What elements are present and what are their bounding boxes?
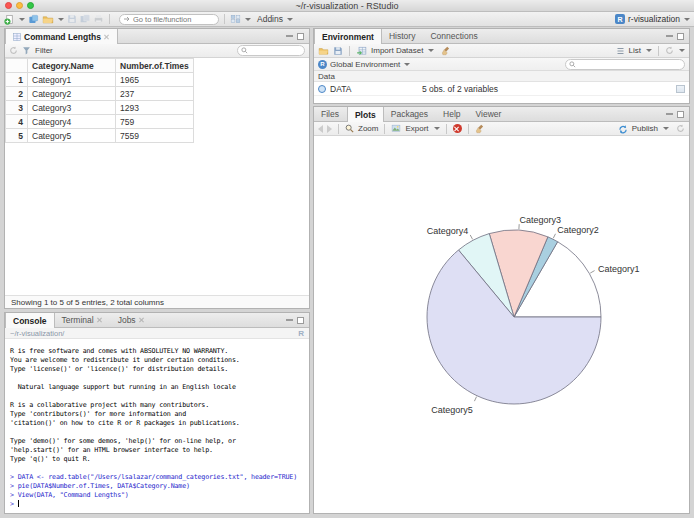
import-dataset-button[interactable]: Import Dataset [371, 46, 423, 55]
tab-connections[interactable]: Connections [423, 29, 485, 43]
working-directory-path[interactable]: ~/r-visualization/ [10, 329, 64, 338]
tab-help[interactable]: Help [436, 107, 468, 121]
console-output-line: R is free software and comes with ABSOLU… [10, 347, 307, 356]
corner-header[interactable] [6, 59, 28, 73]
filter-button[interactable]: Filter [35, 46, 53, 55]
tab-files[interactable]: Files [314, 107, 347, 121]
tab-jobs[interactable]: Jobs [111, 313, 153, 327]
new-project-icon[interactable] [28, 14, 39, 25]
maximize-pane-icon[interactable] [297, 33, 304, 40]
addins-button[interactable]: Addins [257, 14, 283, 24]
tab-plots[interactable]: Plots [347, 107, 384, 122]
new-file-icon[interactable] [4, 14, 15, 25]
minimize-pane-icon[interactable] [286, 35, 293, 37]
table-row[interactable]: 2Category2237 [6, 87, 194, 101]
data-viewer-search-input[interactable] [250, 46, 301, 55]
column-header-number-of-times[interactable]: Number.of.Times [116, 59, 194, 73]
text-cursor [18, 500, 20, 507]
publish-button[interactable]: Publish [632, 124, 658, 133]
maximize-pane-icon[interactable] [677, 33, 684, 40]
zoom-plot-button[interactable]: Zoom [358, 124, 378, 133]
tab-label: Plots [355, 110, 376, 120]
table-cell: Category5 [28, 129, 116, 143]
close-tab-icon[interactable] [139, 317, 145, 323]
plot-canvas[interactable]: Category1Category2Category3Category4Cate… [314, 137, 689, 513]
addins-caret-icon[interactable] [287, 18, 293, 21]
import-dataset-caret-icon[interactable] [428, 49, 434, 52]
list-view-caret-icon[interactable] [646, 49, 652, 52]
console-output-line [10, 428, 307, 437]
close-tab-icon[interactable] [104, 34, 110, 40]
tab-terminal[interactable]: Terminal [55, 313, 111, 327]
minimize-pane-icon[interactable] [666, 35, 673, 37]
panes-layout-icon[interactable] [230, 14, 241, 24]
toolbar-separator [658, 46, 659, 56]
scope-caret-icon[interactable] [404, 63, 410, 66]
view-object-grid-icon[interactable] [676, 85, 685, 93]
remove-plot-icon[interactable] [453, 124, 462, 133]
refresh-environment-icon[interactable] [665, 46, 674, 55]
table-row[interactable]: 5Category57559 [6, 129, 194, 143]
minimize-pane-icon[interactable] [286, 319, 293, 321]
save-icon [67, 14, 77, 24]
tab-history[interactable]: History [382, 29, 423, 43]
maximize-pane-icon[interactable] [677, 111, 684, 118]
tab-label: Terminal [62, 315, 94, 325]
console-working-directory: ~/r-visualization/ R [5, 328, 309, 339]
clear-plots-broom-icon[interactable] [475, 124, 485, 134]
environment-search-input[interactable] [578, 60, 681, 69]
table-row[interactable]: 1Category11965 [6, 73, 194, 87]
console-prompt[interactable]: > [10, 500, 307, 509]
refresh-plot-icon[interactable] [676, 124, 685, 133]
project-menu-button[interactable]: R r-visualization [615, 14, 690, 24]
list-view-icon [616, 47, 625, 55]
save-all-icon [80, 14, 90, 24]
open-file-caret-icon[interactable] [58, 18, 64, 21]
maximize-pane-icon[interactable] [297, 317, 304, 324]
table-row[interactable]: 4Category4759 [6, 115, 194, 129]
clear-objects-broom-icon[interactable] [441, 46, 451, 56]
filter-icon[interactable] [22, 46, 31, 55]
toolbar-separator [468, 124, 469, 134]
new-file-caret-icon[interactable] [19, 18, 25, 21]
console-pane: Console Terminal Jobs ~/r-visualization/… [4, 312, 310, 514]
table-row[interactable]: 3Category31293 [6, 101, 194, 115]
console-output-line: Type 'demo()' for some demos, 'help()' f… [10, 437, 307, 446]
global-environment-selector[interactable]: Global Environment [330, 60, 400, 69]
tab-label: Packages [391, 109, 428, 119]
pie-label: Category3 [519, 215, 561, 225]
save-workspace-icon[interactable] [333, 46, 343, 56]
plots-toolbar: Zoom Export Publish [314, 122, 689, 136]
panes-caret-icon[interactable] [245, 18, 251, 21]
table-cell: 3 [6, 101, 28, 115]
refresh-caret-icon[interactable] [679, 49, 685, 52]
console-output-line: R is a collaborative project with many c… [10, 401, 307, 410]
goto-file-input[interactable] [133, 15, 213, 24]
minimize-pane-icon[interactable] [666, 113, 673, 115]
tab-packages[interactable]: Packages [384, 107, 436, 121]
table-cell: 5 [6, 129, 28, 143]
tab-command-lengths[interactable]: Command Lengths [5, 29, 118, 44]
close-tab-icon[interactable] [97, 317, 103, 323]
export-caret-icon[interactable] [434, 127, 440, 130]
tab-environment[interactable]: Environment [314, 29, 382, 44]
column-header-category-name[interactable]: Category.Name [28, 59, 116, 73]
console-output[interactable]: Platform: x86_64-apple-darwin13.6.0 (64-… [10, 340, 307, 509]
load-workspace-icon[interactable] [318, 46, 329, 56]
open-file-icon[interactable] [42, 14, 54, 25]
console-output-line: Type 'license()' or 'licence()' for dist… [10, 365, 307, 374]
export-plot-button[interactable]: Export [405, 124, 428, 133]
object-name[interactable]: DATA [330, 84, 351, 94]
rstudio-window: { "window": { "title": "~/r-visualizatio… [0, 0, 694, 518]
plots-tabstrip: Files Plots Packages Help Viewer [314, 107, 689, 122]
list-view-button[interactable]: List [629, 46, 641, 55]
console-body[interactable]: Platform: x86_64-apple-darwin13.6.0 (64-… [5, 340, 309, 513]
tab-viewer[interactable]: Viewer [469, 107, 510, 121]
publish-caret-icon[interactable] [663, 127, 669, 130]
toolbar-separator [338, 124, 339, 134]
console-output-line [10, 464, 307, 473]
data-grid-icon [13, 33, 21, 41]
environment-object-row[interactable]: DATA 5 obs. of 2 variables [314, 82, 689, 96]
tab-console[interactable]: Console [5, 313, 55, 328]
export-plot-icon [391, 124, 401, 133]
